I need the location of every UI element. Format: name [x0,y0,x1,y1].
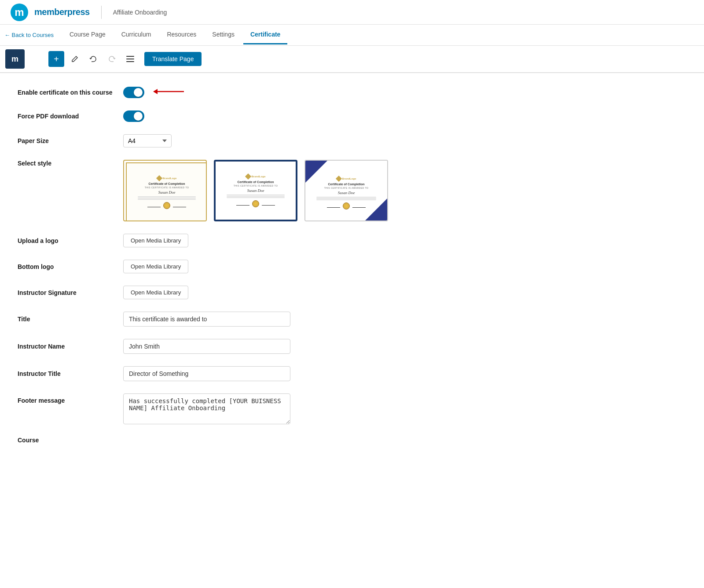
plus-icon [34,55,41,62]
bottom-logo-row: Bottom logo Open Media Library [18,260,422,273]
cert3-logo: BrandLogo [337,176,356,181]
cert1-lines [138,196,196,200]
back-to-courses-link[interactable]: ← Back to Courses [4,32,54,38]
instructor-title-label: Instructor Title [18,370,114,377]
add-button[interactable] [30,51,46,67]
pencil-icon [71,55,78,62]
enable-cert-label: Enable certificate on this course [18,89,114,96]
title-input[interactable] [123,312,290,327]
select-style-label: Select style [18,160,114,167]
instructor-title-input[interactable] [123,366,290,381]
memberpress-logo-icon: m [9,4,30,21]
cert2-logo: BrandLogo [246,174,266,179]
cert-style-1[interactable]: BrandLogo Certificate of Completion THIS… [123,160,207,221]
force-pdf-toggle[interactable] [123,110,144,122]
cert3-name: Susan Doe [338,191,355,195]
toolbar-m-icon: m [10,55,20,63]
footer-message-label: Footer message [18,393,114,404]
footer-message-row: Footer message Has successfully complete… [18,393,422,424]
paper-size-select[interactable]: A4 Letter Legal [123,134,172,147]
brand-divider [101,6,102,19]
instructor-name-input[interactable] [123,339,290,354]
undo-icon [89,55,97,62]
svg-text:m: m [15,6,24,18]
paper-size-label: Paper Size [18,137,114,144]
upload-logo-button[interactable]: Open Media Library [123,234,188,247]
select-style-row: Select style BrandLogo Certificate of Co… [18,160,422,221]
main-content: Enable certificate on this course Force … [0,73,440,469]
cert2-title: Certificate of Completion [237,180,274,184]
force-pdf-label: Force PDF download [18,113,114,120]
toolbar-m-button[interactable]: m [5,49,25,69]
menu-button[interactable] [122,51,138,67]
instructor-signature-label: Instructor Signature [18,289,114,296]
cert-style-2[interactable]: BrandLogo Certificate of Completion THIS… [214,160,297,221]
translate-page-button[interactable]: Translate Page [144,52,202,66]
pencil-button[interactable] [67,51,83,67]
logo-area: m memberpress Affiliate Onboarding [9,4,167,21]
tab-curriculum[interactable]: Curriculum [114,26,158,44]
svg-rect-5 [126,56,134,57]
enable-cert-row: Enable certificate on this course [18,86,422,98]
cert2-subtitle: THIS CERTIFICATE IS AWARDED TO [234,184,278,187]
style-selector: BrandLogo Certificate of Completion THIS… [123,160,388,221]
top-bar: m memberpress Affiliate Onboarding [0,0,704,25]
bottom-logo-button[interactable]: Open Media Library [123,260,188,273]
toolbar: m + Translate Page [0,46,704,73]
redo-icon [108,55,116,62]
cert2-lines [227,194,285,198]
bottom-logo-label: Bottom logo [18,263,114,270]
tab-resources[interactable]: Resources [160,26,203,44]
cert2-name: Susan Doe [247,188,264,193]
upload-logo-row: Upload a logo Open Media Library [18,234,422,247]
course-label: Course [18,437,114,444]
instructor-signature-button[interactable]: Open Media Library [123,286,188,299]
title-row: Title [18,312,422,327]
cert1-footer [147,202,186,209]
annotation-arrow [153,86,188,98]
title-field-label: Title [18,316,114,323]
cert-style-3[interactable]: BrandLogo Certificate of Completion THIS… [304,160,388,221]
cert2-footer [236,200,275,207]
cert3-subtitle: THIS CERTIFICATE IS AWARDED TO [324,187,369,189]
cert3-footer [327,202,366,209]
instructor-title-row: Instructor Title [18,366,422,381]
affiliate-title: Affiliate Onboarding [113,9,167,16]
redo-button[interactable] [104,51,120,67]
add-element-button[interactable]: + [48,51,64,67]
cert3-title: Certificate of Completion [328,183,364,186]
cert1-logo: BrandLogo [157,176,177,180]
cert3-corner-br [365,198,387,220]
tab-certificate[interactable]: Certificate [243,26,287,44]
cert1-title: Certificate of Completion [148,182,185,185]
upload-logo-label: Upload a logo [18,237,114,244]
svg-text:m: m [11,55,18,63]
course-row: Course [18,437,422,444]
secondary-nav: ← Back to Courses Course Page Curriculum… [0,25,704,46]
brand-name: memberpress [34,7,90,17]
svg-marker-9 [153,89,158,94]
cert1-name: Susan Doe [158,190,176,195]
cert1-subtitle: THIS CERTIFICATE IS AWARDED TO [145,186,189,189]
svg-rect-7 [126,61,134,62]
instructor-name-row: Instructor Name [18,339,422,354]
hamburger-icon [126,56,134,62]
enable-cert-toggle[interactable] [123,87,144,98]
red-arrow-icon [153,86,188,97]
tab-settings[interactable]: Settings [205,26,242,44]
cert3-corner-tl [305,161,327,183]
svg-rect-6 [126,59,134,59]
paper-size-row: Paper Size A4 Letter Legal [18,134,422,147]
enable-cert-toggle-wrap [123,86,188,98]
force-pdf-row: Force PDF download [18,110,422,122]
tab-course-page[interactable]: Course Page [62,26,113,44]
footer-message-textarea[interactable]: Has successfully completed [YOUR BUISNES… [123,393,290,424]
instructor-name-label: Instructor Name [18,343,114,350]
svg-rect-4 [35,59,41,59]
instructor-signature-row: Instructor Signature Open Media Library [18,286,422,299]
undo-button[interactable] [85,51,101,67]
